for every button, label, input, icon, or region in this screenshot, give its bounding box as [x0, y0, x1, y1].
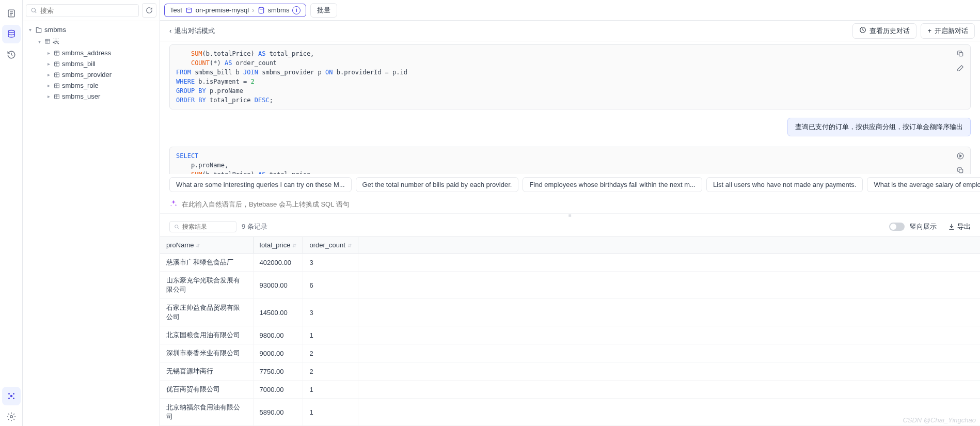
- suggestion-row: What are some interesting queries I can …: [160, 174, 980, 195]
- database-small-icon: [258, 7, 265, 14]
- svg-rect-19: [959, 169, 963, 173]
- vertical-label: 竖向展示: [910, 222, 937, 231]
- vertical-toggle[interactable]: [889, 223, 905, 231]
- column-header[interactable]: total_price⇵: [253, 237, 303, 254]
- chat-scroll[interactable]: SUM(b.totalPrice) AS total_price, COUNT(…: [160, 41, 980, 174]
- table-icon: [54, 50, 60, 56]
- suggestion-chip[interactable]: List all users who have not made any pay…: [706, 177, 863, 192]
- svg-rect-12: [55, 73, 59, 77]
- user-message: 查询已支付的订单，按供应商分组，按订单金额降序输出: [787, 118, 971, 136]
- table-row[interactable]: 山东豪克华光联合发展有限公司93000.006: [160, 272, 980, 299]
- export-button[interactable]: 导出: [948, 222, 971, 231]
- tree-database[interactable]: ▾ smbms: [25, 24, 157, 35]
- table-icon: [54, 83, 60, 89]
- svg-rect-10: [55, 51, 59, 55]
- svg-rect-11: [55, 62, 59, 66]
- batch-button[interactable]: 批量: [310, 3, 337, 18]
- prompt-input[interactable]: [182, 200, 971, 208]
- exit-chat-button[interactable]: ‹ 退出对话模式: [165, 24, 219, 38]
- new-chat-button[interactable]: + 开启新对话: [921, 23, 975, 39]
- table-row[interactable]: 北京国粮食用油有限公司9800.001: [160, 326, 980, 344]
- results-table: proName⇵total_price⇵order_count⇵ 慈溪市广和绿色…: [160, 236, 980, 426]
- table-row[interactable]: 北京纳福尔食用油有限公司5890.001: [160, 399, 980, 426]
- record-count: 9 条记录: [242, 222, 267, 231]
- svg-rect-13: [55, 84, 59, 88]
- svg-point-7: [10, 416, 12, 418]
- table-folder-icon: [44, 38, 51, 44]
- table-row[interactable]: 深圳市泰香米业有限公司9000.002: [160, 344, 980, 362]
- results-search[interactable]: [169, 221, 236, 232]
- svg-point-8: [31, 8, 35, 12]
- breadcrumb-bar: Test on-premise-mysql › smbms i 批量: [160, 0, 980, 21]
- svg-point-6: [13, 398, 14, 399]
- svg-point-15: [259, 7, 263, 9]
- suggestion-chip[interactable]: What are some interesting queries I can …: [169, 177, 352, 192]
- tree-tables-folder[interactable]: ▾ 表: [34, 35, 157, 48]
- database-icon[interactable]: [2, 25, 21, 43]
- copy-button[interactable]: [955, 165, 966, 174]
- svg-point-3: [8, 393, 10, 395]
- run-button[interactable]: [955, 150, 966, 162]
- svg-rect-14: [55, 94, 59, 99]
- tree-table-item[interactable]: ▸smbms_role: [43, 80, 157, 91]
- sheet-icon[interactable]: [2, 4, 21, 23]
- sidebar: ▾ smbms ▾ 表 ▸smbms_address▸smbms_bill▸sm…: [23, 0, 160, 426]
- info-icon[interactable]: i: [292, 6, 301, 14]
- svg-point-2: [10, 395, 12, 398]
- gear-icon[interactable]: [2, 407, 21, 426]
- svg-rect-17: [959, 53, 963, 56]
- database-tree: ▾ smbms ▾ 表 ▸smbms_address▸smbms_bill▸sm…: [23, 21, 160, 105]
- copy-button[interactable]: [955, 48, 966, 59]
- tree-table-item[interactable]: ▸smbms_bill: [43, 58, 157, 69]
- table-row[interactable]: 石家庄帅益食品贸易有限公司14500.003: [160, 299, 980, 326]
- column-header[interactable]: proName⇵: [160, 237, 253, 254]
- tree-table-item[interactable]: ▸smbms_provider: [43, 69, 157, 80]
- column-header[interactable]: order_count⇵: [303, 237, 358, 254]
- table-row[interactable]: 无锡喜源坤商行7750.002: [160, 362, 980, 381]
- left-rail: [0, 0, 23, 426]
- sort-icon: ⇵: [292, 243, 296, 248]
- sort-icon: ⇵: [196, 243, 200, 248]
- instance-icon: [185, 7, 193, 14]
- svg-rect-9: [45, 39, 50, 43]
- svg-point-5: [8, 398, 10, 399]
- edit-button[interactable]: [955, 62, 966, 74]
- sql-block-partial: SUM(b.totalPrice) AS total_price, COUNT(…: [169, 44, 971, 109]
- tree-table-item[interactable]: ▸smbms_user: [43, 91, 157, 102]
- breadcrumb[interactable]: Test on-premise-mysql › smbms i: [164, 4, 306, 17]
- search-input[interactable]: [26, 4, 139, 17]
- suggestion-chip[interactable]: Get the total number of bills paid by ea…: [356, 177, 519, 192]
- suggestion-chip[interactable]: Find employees whose birthdays fall with…: [523, 177, 702, 192]
- svg-point-20: [175, 225, 178, 228]
- tree-table-item[interactable]: ▸smbms_address: [43, 48, 157, 58]
- table-icon: [54, 61, 60, 67]
- svg-point-1: [8, 30, 14, 33]
- results-toolbar: 9 条记录 竖向展示 导出: [160, 217, 980, 236]
- table-icon: [54, 93, 60, 100]
- suggestion-chip[interactable]: What is the average salary of employees …: [867, 177, 980, 192]
- plus-icon: +: [927, 27, 931, 35]
- history-icon[interactable]: [2, 45, 21, 64]
- clock-icon: [859, 26, 866, 35]
- table-row[interactable]: 慈溪市广和绿色食品厂402000.003: [160, 254, 980, 272]
- prompt-row: [160, 195, 980, 214]
- history-button[interactable]: 查看历史对话: [852, 23, 916, 39]
- refresh-button[interactable]: [142, 3, 156, 18]
- schema-icon: [35, 26, 42, 34]
- chevron-right-icon: ›: [252, 6, 254, 14]
- svg-point-4: [13, 393, 14, 395]
- action-bar: ‹ 退出对话模式 查看历史对话 + 开启新对话: [160, 21, 980, 41]
- table-row[interactable]: 优百商贸有限公司7000.001: [160, 381, 980, 399]
- chevron-left-icon: ‹: [169, 27, 171, 35]
- sql-block-full: SELECT p.proName, SUM(b.totalPrice) AS t…: [169, 147, 971, 174]
- main-content: Test on-premise-mysql › smbms i 批量 ‹ 退出对…: [160, 0, 980, 426]
- sort-icon: ⇵: [347, 243, 352, 248]
- table-icon: [54, 72, 60, 78]
- ai-icon[interactable]: [2, 387, 21, 405]
- sparkle-icon: [169, 199, 178, 209]
- attribution: CSDN @Chai_Yingchao: [903, 416, 976, 424]
